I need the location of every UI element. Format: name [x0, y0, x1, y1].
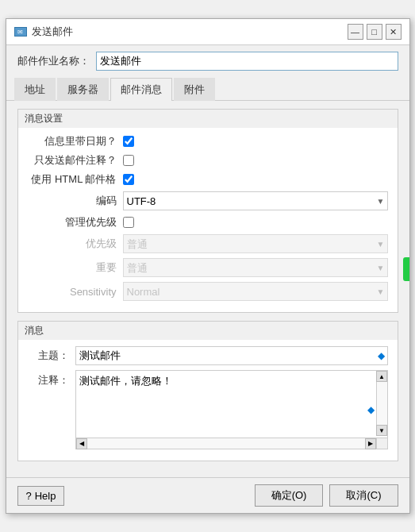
message-settings-section: 消息设置 信息里带日期？ 只发送邮件注释？ [17, 109, 398, 313]
importance-select[interactable]: 普通 高 低 [123, 258, 388, 277]
scroll-track-v [377, 382, 387, 425]
scroll-left-button[interactable]: ◀ [76, 438, 87, 449]
importance-select-wrap: 普通 高 低 ▼ [123, 258, 388, 277]
manage-priority-checkbox[interactable] [123, 217, 134, 228]
notes-textarea[interactable]: 测试邮件，请忽略！ [76, 371, 375, 433]
include-date-row: 信息里带日期？ [28, 134, 388, 148]
message-settings-title: 消息设置 [18, 110, 398, 128]
job-name-input[interactable] [96, 52, 398, 71]
use-html-row: 使用 HTML 邮件格 [28, 172, 388, 187]
priority-row: 优先级 普通 高 低 ▼ [28, 234, 388, 253]
help-icon: ? [26, 490, 32, 502]
side-indicator [403, 257, 409, 281]
help-label: Help [35, 490, 56, 502]
subject-diamond-icon: ◆ [378, 350, 385, 361]
footer: ? Help 确定(O) 取消(C) [6, 477, 409, 513]
vertical-scrollbar[interactable]: ▲ ▼ [376, 371, 387, 436]
close-button[interactable]: ✕ [386, 24, 402, 40]
main-window: ✉ 发送邮件 — □ ✕ 邮件作业名称： 地址 服务器 邮件消息 附件 消息设置… [6, 18, 410, 514]
tab-content: 消息设置 信息里带日期？ 只发送邮件注释？ [6, 101, 409, 477]
job-name-row: 邮件作业名称： [6, 45, 409, 77]
footer-right: 确定(O) 取消(C) [255, 484, 398, 507]
subject-label: 主题： [28, 349, 75, 363]
only-comments-checkbox[interactable] [123, 155, 134, 166]
encoding-select[interactable]: UTF-8 GBK ISO-8859-1 [123, 191, 388, 210]
sensitivity-row: Sensitivity Normal Personal Private Conf… [28, 282, 388, 301]
scroll-corner [376, 438, 387, 449]
include-date-label: 信息里带日期？ [28, 134, 123, 148]
message-section-content: 主题： ◆ 注释： 测试邮件，请忽略！ ▲ ▼ [18, 340, 398, 461]
scroll-right-button[interactable]: ▶ [365, 438, 376, 449]
tab-server[interactable]: 服务器 [57, 78, 109, 101]
confirm-button[interactable]: 确定(O) [255, 484, 324, 507]
notes-label: 注释： [28, 370, 75, 387]
message-settings-content: 信息里带日期？ 只发送邮件注释？ 使用 HTML 邮件格 [18, 128, 398, 312]
importance-row: 重要 普通 高 低 ▼ [28, 258, 388, 277]
sensitivity-select[interactable]: Normal Personal Private Confidential [123, 282, 388, 301]
use-html-label: 使用 HTML 邮件格 [28, 172, 123, 187]
priority-select-wrap: 普通 高 低 ▼ [123, 234, 388, 253]
manage-priority-row: 管理优先级 [28, 215, 388, 229]
help-button[interactable]: ? Help [17, 486, 65, 506]
encoding-row: 编码 UTF-8 GBK ISO-8859-1 ▼ [28, 191, 388, 210]
message-section: 消息 主题： ◆ 注释： 测试邮件，请忽略！ ▲ [17, 321, 398, 461]
only-comments-label: 只发送邮件注释？ [28, 153, 123, 168]
include-date-checkbox[interactable] [123, 136, 134, 147]
message-section-title: 消息 [18, 322, 398, 340]
minimize-button[interactable]: — [348, 24, 363, 40]
importance-label: 重要 [28, 260, 123, 275]
scroll-track-h [87, 438, 365, 449]
use-html-checkbox-wrap [123, 174, 134, 185]
scroll-up-button[interactable]: ▲ [376, 371, 387, 382]
encoding-label: 编码 [28, 194, 123, 208]
tab-attachments[interactable]: 附件 [174, 78, 215, 101]
notes-row: 注释： 测试邮件，请忽略！ ▲ ▼ ◀ ▶ [28, 370, 388, 449]
maximize-button[interactable]: □ [367, 24, 382, 40]
title-bar: ✉ 发送邮件 — □ ✕ [6, 19, 409, 45]
tab-address[interactable]: 地址 [14, 78, 56, 101]
notes-diamond-icon: ◆ [367, 404, 375, 415]
manage-priority-label: 管理优先级 [28, 215, 123, 229]
sensitivity-label: Sensitivity [28, 286, 123, 298]
only-comments-checkbox-wrap [123, 155, 134, 166]
priority-select[interactable]: 普通 高 低 [123, 234, 388, 253]
only-comments-row: 只发送邮件注释？ [28, 153, 388, 168]
sensitivity-select-wrap: Normal Personal Private Confidential ▼ [123, 282, 388, 301]
include-date-checkbox-wrap [123, 136, 134, 147]
subject-input[interactable] [75, 346, 388, 365]
scroll-down-button[interactable]: ▼ [376, 425, 387, 436]
subject-input-wrap: ◆ [75, 346, 388, 365]
cancel-button[interactable]: 取消(C) [329, 484, 398, 507]
notes-area-wrap: 测试邮件，请忽略！ ▲ ▼ ◀ ▶ ◆ [75, 370, 388, 449]
window-icon: ✉ [14, 27, 27, 37]
window-title: 发送邮件 [32, 25, 73, 39]
horizontal-scrollbar[interactable]: ◀ ▶ [76, 438, 376, 449]
encoding-select-wrap: UTF-8 GBK ISO-8859-1 ▼ [123, 191, 388, 210]
subject-row: 主题： ◆ [28, 346, 388, 365]
tab-mail-message[interactable]: 邮件消息 [110, 78, 172, 101]
manage-priority-checkbox-wrap [123, 217, 134, 228]
tab-bar: 地址 服务器 邮件消息 附件 [6, 77, 409, 101]
use-html-checkbox[interactable] [123, 174, 134, 185]
job-name-label: 邮件作业名称： [17, 54, 90, 68]
window-controls: — □ ✕ [348, 24, 402, 40]
priority-label: 优先级 [28, 237, 123, 251]
title-bar-left: ✉ 发送邮件 [14, 25, 73, 39]
